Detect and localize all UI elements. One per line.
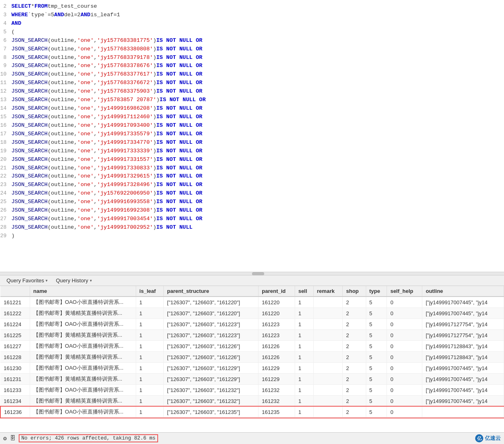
code-token: IS NOT NULL OR	[160, 96, 206, 104]
code-token: 'one'	[77, 70, 94, 79]
code-token: IS NOT NULL OR	[156, 70, 202, 79]
code-token: 'jy1499917333339'	[97, 147, 153, 156]
code-line: 8JSON_SEARCH(outline, 'one', 'jy15776833…	[0, 54, 504, 62]
code-token: JSON_SEARCH	[11, 87, 48, 96]
table-row[interactable]: 161231【图书邮寄】黄埔精英直播特训营系...1["126307", "12…	[0, 374, 504, 385]
table-row[interactable]: 161234【图书邮寄】黄埔精英直播特训营系...1["126307", "12…	[0, 396, 504, 407]
query-history-button[interactable]: Query History ▾	[52, 277, 95, 284]
table-cell: ["126307", "126603", "161220"]	[164, 297, 259, 308]
code-token: (outline,	[48, 181, 77, 189]
table-header-cell[interactable]: self_help	[387, 286, 422, 297]
results-area[interactable]: nameis_leafparent_structureparent_idsell…	[0, 286, 504, 432]
table-header-cell[interactable]: remark	[313, 286, 343, 297]
code-token: IS NOT NULL OR	[156, 130, 202, 139]
code-token: tmp_test_course	[48, 2, 97, 11]
code-line: 24JSON_SEARCH(outline, 'one', 'jy1576922…	[0, 189, 504, 198]
table-row[interactable]: 161228【图书邮寄】黄埔精英直播特训营系...1["126307", "12…	[0, 352, 504, 363]
table-cell: ["jy1499917127754", "jy14	[422, 319, 504, 330]
table-header-cell[interactable]: sell	[295, 286, 313, 297]
table-row[interactable]: 161233【图书邮寄】OAO小班直播特训营系...1["126307", "1…	[0, 385, 504, 396]
code-token: JSON_SEARCH	[11, 181, 48, 189]
table-header-cell[interactable]	[0, 286, 30, 297]
status-bar: ⚙ 🗄 No errors; 426 rows affected, taking…	[0, 432, 504, 444]
code-token: )	[153, 164, 156, 173]
table-cell: 5	[366, 385, 387, 396]
table-cell: 【图书邮寄】OAO小班直播特训营系...	[30, 385, 136, 396]
code-token: IS NOT NULL OR	[156, 121, 202, 130]
table-cell: ["126307", "126603", "161229"]	[164, 363, 259, 374]
sql-editor[interactable]: 2SELECT * FROM tmp_test_course3WHERE `ty…	[0, 0, 504, 272]
table-cell	[313, 363, 343, 374]
table-cell: 1	[295, 341, 313, 352]
code-token: (outline,	[48, 189, 77, 198]
table-cell: ["126307", "126603", "161226"]	[164, 341, 259, 352]
code-token: JSON_SEARCH	[11, 37, 48, 45]
table-cell	[313, 297, 343, 308]
code-token: ,	[94, 223, 97, 232]
code-token: IS NOT NULL	[156, 223, 193, 232]
table-row[interactable]: 161224【图书邮寄】OAO小班直播特训营系...1["126307", "1…	[0, 319, 504, 330]
table-header-cell[interactable]: parent_id	[259, 286, 295, 297]
code-token: 'one'	[77, 96, 94, 104]
table-cell: ["126307", "126603", "161220"]	[164, 308, 259, 319]
code-line: 7JSON_SEARCH(outline, 'one', 'jy15776833…	[0, 45, 504, 54]
code-token: 'one'	[77, 121, 94, 130]
table-row[interactable]: 161222【图书邮寄】黄埔精英直播特训营系...1["126307", "12…	[0, 308, 504, 319]
code-token: (outline,	[48, 215, 77, 223]
code-token: 'one'	[77, 156, 94, 164]
code-line: 28JSON_SEARCH(outline, 'one', 'jy1499917…	[0, 223, 504, 232]
table-cell: ["126307", "126603", "161229"]	[164, 374, 259, 385]
table-header-cell[interactable]: parent_structure	[164, 286, 259, 297]
table-header-cell[interactable]: name	[30, 286, 136, 297]
table-row[interactable]: 161227【图书邮寄】OAO小班直播特训营系...1["126307", "1…	[0, 341, 504, 352]
line-number: 12	[0, 87, 11, 95]
table-cell: 5	[366, 330, 387, 341]
scroll-thumb[interactable]	[252, 272, 264, 275]
table-cell: 5	[366, 374, 387, 385]
table-cell: 161234	[0, 396, 30, 407]
code-token: 'jy1499917329615'	[97, 172, 153, 181]
table-cell: 2	[343, 374, 366, 385]
code-token: JSON_SEARCH	[11, 147, 48, 156]
table-cell: ["jy1499917128843", "jy14	[422, 352, 504, 363]
code-line: 25JSON_SEARCH(outline, 'one', 'jy1499916…	[0, 198, 504, 206]
table-row[interactable]: 161236【图书邮寄】OAO小班直播特训营系...1["126307", "1…	[0, 407, 504, 418]
line-number: 6	[0, 37, 11, 45]
code-token: 'jy1577683375903'	[97, 87, 153, 96]
code-token: IS NOT NULL OR	[156, 62, 202, 70]
settings-icon[interactable]: ⚙	[3, 435, 7, 442]
code-token: )	[153, 87, 156, 96]
table-header-cell[interactable]: type	[366, 286, 387, 297]
query-favorites-chevron: ▾	[46, 278, 48, 283]
table-row[interactable]: 161230【图书邮寄】OAO小班直播特训营系...1["126307", "1…	[0, 363, 504, 374]
table-cell	[313, 330, 343, 341]
table-cell: 161223	[259, 319, 295, 330]
code-token: JSON_SEARCH	[11, 198, 48, 206]
code-token: 'jy1577683380808'	[97, 45, 153, 54]
table-cell: 【图书邮寄】黄埔精英直播特训营系...	[30, 396, 136, 407]
horizontal-scrollbar[interactable]	[0, 272, 504, 275]
code-token: JSON_SEARCH	[11, 130, 48, 139]
code-line: 4AND	[0, 19, 504, 28]
table-cell: 161232	[259, 396, 295, 407]
table-row[interactable]: 161225【图书邮寄】黄埔精英直播特训营系...1["126307", "12…	[0, 330, 504, 341]
code-token: IS NOT NULL OR	[156, 189, 202, 198]
table-cell: 0	[387, 319, 422, 330]
code-token: 'jy15783857 20787'	[97, 96, 156, 104]
table-cell	[313, 341, 343, 352]
code-token: IS NOT NULL OR	[156, 54, 202, 62]
table-cell: 0	[387, 407, 422, 418]
table-cell: 1	[136, 308, 163, 319]
table-header-cell[interactable]: is_leaf	[136, 286, 163, 297]
line-number: 16	[0, 121, 11, 130]
table-header-cell[interactable]: shop	[343, 286, 366, 297]
table-header-cell[interactable]: outline	[422, 286, 504, 297]
line-number: 24	[0, 189, 11, 197]
code-token: FROM	[35, 2, 48, 11]
code-token: IS NOT NULL OR	[156, 45, 202, 54]
table-cell: 1	[136, 385, 163, 396]
table-row[interactable]: 161221【图书邮寄】OAO小班直播特训营系...1["126307", "1…	[0, 297, 504, 308]
query-favorites-button[interactable]: Query Favorites ▾	[3, 277, 51, 284]
code-token: IS NOT NULL OR	[156, 79, 202, 87]
table-cell: 1	[136, 374, 163, 385]
